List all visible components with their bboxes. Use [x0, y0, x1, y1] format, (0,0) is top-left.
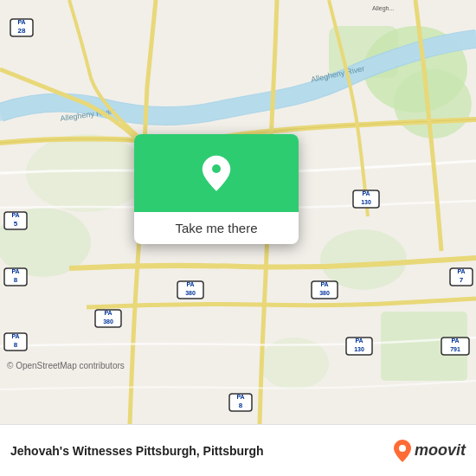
svg-text:7: 7 [460, 276, 464, 284]
svg-text:PA: PA [451, 338, 459, 344]
svg-point-51 [399, 445, 406, 452]
svg-text:PA: PA [186, 281, 194, 287]
svg-text:130: 130 [354, 346, 364, 352]
svg-text:PA: PA [11, 212, 19, 218]
copyright-text: © OpenStreetMap contributors [7, 361, 125, 370]
location-pin-icon [197, 154, 235, 192]
svg-point-2 [394, 69, 472, 138]
svg-text:PA: PA [355, 338, 363, 344]
svg-text:PA: PA [11, 268, 19, 274]
svg-text:380: 380 [103, 318, 113, 325]
svg-text:8: 8 [239, 402, 243, 409]
svg-text:130: 130 [361, 199, 371, 205]
svg-text:PA: PA [17, 19, 25, 25]
take-me-there-button[interactable]: Take me there [163, 212, 269, 244]
svg-point-5 [26, 134, 147, 212]
svg-text:Allegh...: Allegh... [372, 5, 394, 12]
bottom-bar: Jehovah's Witnesses Pittsburgh, Pittsbur… [0, 424, 476, 476]
svg-text:PA: PA [236, 394, 244, 400]
svg-text:PA: PA [11, 333, 19, 339]
svg-text:380: 380 [185, 290, 196, 296]
location-title: Jehovah's Witnesses Pittsburgh, Pittsbur… [10, 444, 386, 458]
moovit-brand-text: moovit [415, 441, 466, 460]
svg-text:8: 8 [14, 276, 18, 284]
svg-text:PA: PA [104, 310, 112, 316]
svg-text:8: 8 [14, 341, 18, 349]
svg-text:28: 28 [18, 27, 26, 35]
svg-text:380: 380 [319, 290, 330, 296]
moovit-pin-icon [393, 439, 412, 463]
moovit-logo: moovit [393, 439, 466, 463]
svg-text:PA: PA [457, 268, 465, 274]
popup-green-area [134, 134, 299, 212]
svg-text:PA: PA [362, 190, 370, 196]
svg-text:5: 5 [14, 220, 18, 228]
map-container: Allegheny River Allegheny River PA 28 [0, 0, 476, 424]
svg-text:791: 791 [450, 346, 460, 352]
popup-card[interactable]: Take me there [134, 134, 299, 244]
svg-text:PA: PA [320, 281, 328, 287]
svg-point-50 [212, 164, 221, 173]
